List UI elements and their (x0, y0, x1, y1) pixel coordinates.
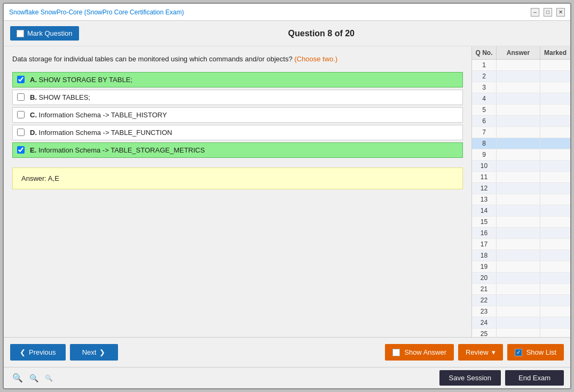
session-buttons: Save Session End Exam (439, 370, 564, 386)
mark-question-label: Mark Question (27, 29, 73, 37)
sidebar-cell-answer (497, 205, 540, 216)
sidebar-row[interactable]: 2 (472, 71, 570, 82)
sidebar-cell-marked (540, 306, 570, 317)
sidebar-row[interactable]: 11 (472, 172, 570, 183)
previous-arrow-icon: ❮ (20, 348, 26, 356)
sidebar-cell-answer (497, 116, 540, 126)
sidebar-cell-qno: 13 (472, 194, 497, 205)
sidebar-row[interactable]: 8 (472, 138, 570, 149)
sidebar-row[interactable]: 6 (472, 116, 570, 127)
option-row[interactable]: B. SHOW TABLES; (12, 90, 463, 105)
option-row[interactable]: A. SHOW STORAGE BY TABLE; (12, 72, 463, 87)
sidebar-cell-marked (540, 250, 570, 261)
sidebar-row[interactable]: 5 (472, 105, 570, 116)
sidebar-row[interactable]: 16 (472, 228, 570, 239)
sidebar-row[interactable]: 24 (472, 317, 570, 329)
minimize-button[interactable]: – (531, 8, 539, 17)
sidebar-row[interactable]: 13 (472, 194, 570, 205)
sidebar-cell-marked (540, 329, 570, 337)
sidebar-cell-qno: 19 (472, 261, 497, 272)
sidebar-row[interactable]: 1 (472, 60, 570, 71)
sidebar-cell-answer (497, 329, 540, 337)
mark-checkbox-icon (17, 30, 24, 37)
sidebar-cell-qno: 8 (472, 138, 497, 149)
maximize-button[interactable]: □ (544, 8, 552, 17)
next-button[interactable]: Next ❯ (70, 344, 118, 361)
sidebar: Q No. Answer Marked 12345678910111213141… (471, 46, 570, 337)
sidebar-row[interactable]: 19 (472, 261, 570, 273)
sidebar-cell-qno: 7 (472, 127, 497, 138)
sidebar-row[interactable]: 20 (472, 273, 570, 284)
sidebar-cell-answer (497, 306, 540, 317)
show-list-label: Show List (526, 348, 556, 356)
sidebar-cell-answer (497, 161, 540, 171)
sidebar-cell-answer (497, 317, 540, 328)
end-exam-label: End Exam (518, 374, 551, 382)
sidebar-cell-marked (540, 60, 570, 70)
sidebar-cell-marked (540, 228, 570, 238)
end-exam-button[interactable]: End Exam (505, 370, 564, 386)
option-label: C. Information Schema -> TABLE_HISTORY (30, 111, 167, 119)
sidebar-cell-marked (540, 71, 570, 82)
zoom-reset-button[interactable]: 🔍 (27, 373, 41, 383)
sidebar-cell-qno: 4 (472, 93, 497, 104)
sidebar-cell-answer (497, 82, 540, 93)
sidebar-row[interactable]: 10 (472, 161, 570, 172)
zoom-in-button[interactable]: 🔍 (10, 372, 25, 384)
option-checkbox[interactable] (17, 146, 25, 154)
sidebar-cell-qno: 3 (472, 82, 497, 93)
sidebar-cell-marked (540, 261, 570, 272)
sidebar-row[interactable]: 14 (472, 205, 570, 217)
sidebar-row[interactable]: 17 (472, 239, 570, 250)
window-title: Snowflake SnowPro-Core (SnowPro Core Cer… (9, 9, 184, 16)
sidebar-cell-qno: 2 (472, 71, 497, 82)
option-checkbox[interactable] (17, 76, 25, 83)
previous-button[interactable]: ❮ Previous (10, 344, 66, 361)
sidebar-row[interactable]: 3 (472, 82, 570, 93)
show-list-button[interactable]: ✓ Show List (507, 344, 564, 361)
review-button[interactable]: Review ▾ (458, 344, 503, 361)
sidebar-row[interactable]: 12 (472, 183, 570, 194)
save-session-button[interactable]: Save Session (439, 370, 501, 386)
sidebar-cell-answer (497, 261, 540, 272)
sidebar-cell-qno: 17 (472, 239, 497, 250)
show-answer-label: Show Answer (404, 348, 446, 356)
sidebar-cell-answer (497, 105, 540, 115)
sidebar-row[interactable]: 23 (472, 306, 570, 317)
sidebar-row[interactable]: 25 (472, 329, 570, 337)
sidebar-cell-marked (540, 82, 570, 93)
option-checkbox[interactable] (17, 111, 25, 118)
show-answer-checkbox-icon (392, 349, 400, 356)
sidebar-row[interactable]: 21 (472, 284, 570, 295)
answer-text: Answer: A,E (21, 174, 59, 182)
sidebar-cell-qno: 18 (472, 250, 497, 261)
option-row[interactable]: D. Information Schema -> TABLE_FUNCTION (12, 125, 463, 140)
option-row[interactable]: C. Information Schema -> TABLE_HISTORY (12, 107, 463, 123)
sidebar-row[interactable]: 9 (472, 149, 570, 161)
sidebar-cell-qno: 25 (472, 329, 497, 337)
sidebar-cell-qno: 22 (472, 295, 497, 306)
close-button[interactable]: ✕ (556, 8, 565, 17)
sidebar-cell-marked (540, 317, 570, 328)
sidebar-cell-answer (497, 172, 540, 182)
sidebar-row[interactable]: 15 (472, 217, 570, 228)
mark-question-button[interactable]: Mark Question (10, 26, 79, 41)
option-checkbox[interactable] (17, 93, 25, 101)
sidebar-row[interactable]: 4 (472, 93, 570, 105)
sidebar-cell-marked (540, 217, 570, 227)
option-checkbox[interactable] (17, 129, 25, 136)
zoom-out-button[interactable]: 🔍 (43, 373, 55, 383)
sidebar-row[interactable]: 22 (472, 295, 570, 306)
show-answer-button[interactable]: Show Answer (385, 344, 454, 361)
sidebar-cell-answer (497, 273, 540, 283)
sidebar-cell-marked (540, 183, 570, 194)
previous-label: Previous (29, 348, 56, 356)
sidebar-cell-answer (497, 217, 540, 227)
sidebar-row[interactable]: 7 (472, 127, 570, 138)
sidebar-row[interactable]: 18 (472, 250, 570, 261)
answer-box: Answer: A,E (12, 167, 463, 189)
main-content: Data storage for individual tables can b… (4, 46, 570, 337)
option-row[interactable]: E. Information Schema -> TABLE_STORAGE_M… (12, 142, 463, 158)
sidebar-cell-answer (497, 127, 540, 138)
sidebar-cell-qno: 20 (472, 273, 497, 283)
